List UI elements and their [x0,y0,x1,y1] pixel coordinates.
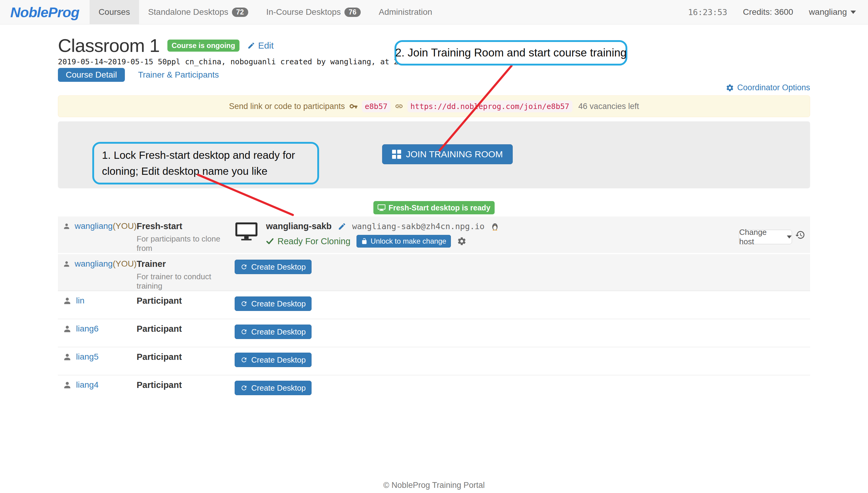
role-label: Participant [137,324,235,334]
nav-item-administration[interactable]: Administration [370,0,441,24]
you-tag: (YOU) [113,259,137,269]
tab-course-detail[interactable]: Course Detail [58,68,125,82]
unlock-label: Unlock to make change [371,238,447,245]
create-desktop-button[interactable]: Create Desktop [235,381,312,395]
edit-course-link[interactable]: Edit [247,40,274,51]
join-training-room-button[interactable]: JOIN TRAINING ROOM [382,144,513,164]
user-link[interactable]: liang4 [76,380,99,390]
pencil-icon [247,42,255,49]
fresh-start-ready-badge: Fresh-Start desktop is ready [373,201,495,214]
classroom-page: NobleProg Courses Standalone Desktops 72… [0,0,868,493]
action-panel: 1. Lock Fresh-start desktop and ready fo… [58,121,810,188]
pencil-icon[interactable] [338,222,346,231]
person-icon [63,380,72,389]
role-label: Participant [137,380,235,390]
person-icon [63,296,72,305]
count-badge: 72 [232,7,248,17]
history-icon [795,230,805,240]
join-button-label: JOIN TRAINING ROOM [406,149,503,159]
link-icon [395,102,403,110]
user-link[interactable]: lin [76,296,85,305]
refresh-icon [241,328,248,336]
unlock-button[interactable]: Unlock to make change [357,235,451,248]
status-badge: Ready For Cloning [266,236,350,246]
course-tabs: Course Detail Trainer & Participants [58,68,810,82]
join-code: e8b57 [362,101,391,112]
role-label: Participant [137,296,235,306]
table-row-participant: liang4 Participant Create Desktop [58,375,810,403]
refresh-icon [241,356,248,363]
ready-badge-label: Fresh-Start desktop is ready [388,203,490,212]
table-row-participant: lin Participant Create Desktop [58,291,810,319]
user-link[interactable]: wangliang [75,221,113,231]
desktop-name: wangliang-sakb [266,221,332,231]
table-row-participant: liang5 Participant Create Desktop [58,347,810,375]
annotation-step2: 2. Join Training Room and start course t… [394,40,627,65]
role-description: For trainer to conduct training [137,272,235,291]
nav-item-incourse-desktops[interactable]: In-Course Desktops 76 [257,0,370,24]
grid-icon [392,150,401,159]
history-button[interactable] [795,230,805,240]
role-label: Trainer [137,259,235,269]
vacancies-label: 46 vacancies left [578,102,639,111]
status-text: Ready For Cloning [277,236,350,246]
desktop-settings-button[interactable] [457,236,466,246]
nav-label: Standalone Desktops [148,7,228,17]
role-label: Fresh-start [137,221,235,231]
desktops-table: wangliang(YOU) Fresh-start For participa… [58,216,810,403]
share-link-bar: Send link or code to participants e8b57 … [58,95,810,117]
linux-penguin-icon [490,222,499,231]
gear-icon [726,84,734,92]
person-icon [63,259,71,269]
tab-trainer-participants[interactable]: Trainer & Participants [138,70,219,80]
footer-copyright: © NobleProg Training Portal [0,480,868,490]
person-icon [63,324,72,333]
person-icon [63,352,72,361]
nav-label: Courses [99,7,130,17]
course-status-badge: Course is ongoing [167,40,239,51]
clock: 16:23:53 [688,7,727,17]
navbar-right: 16:23:53 Credits: 3600 wangliang [688,0,868,24]
unlock-icon [361,238,368,244]
chevron-down-icon [787,235,792,238]
refresh-icon [241,300,248,307]
nav-item-courses[interactable]: Courses [90,0,139,24]
brand-logo[interactable]: NobleProg [0,0,90,24]
user-link[interactable]: liang6 [76,324,99,334]
gear-icon [457,236,466,246]
create-desktop-label: Create Desktop [251,328,306,336]
page-title: Classroom 1 [58,36,160,55]
share-label: Send link or code to participants [229,102,345,111]
create-desktop-label: Create Desktop [251,263,306,271]
person-icon [63,221,71,231]
create-desktop-label: Create Desktop [251,356,306,364]
table-row-participant: liang6 Participant Create Desktop [58,319,810,347]
create-desktop-button[interactable]: Create Desktop [235,352,312,367]
refresh-icon [241,263,248,271]
monitor-icon [378,205,385,211]
username: wangliang [809,7,847,17]
coordinator-options-link[interactable]: Coordinator Options [726,83,810,92]
top-navbar: NobleProg Courses Standalone Desktops 72… [0,0,868,24]
role-description: For participants to clone from [137,234,235,253]
change-host-select[interactable]: Change host [739,230,792,244]
table-row-trainer: wangliang(YOU) Trainer For trainer to co… [58,254,810,291]
refresh-icon [241,384,248,391]
user-link[interactable]: liang5 [76,352,99,362]
role-label: Participant [137,352,235,362]
join-url: https://dd.nobleprog.com/join/e8b57 [408,101,572,112]
you-tag: (YOU) [113,221,137,231]
user-link[interactable]: wangliang [75,259,113,269]
monitor-icon [235,221,258,241]
nav-item-standalone-desktops[interactable]: Standalone Desktops 72 [139,0,257,24]
credits-label: Credits: 3600 [743,7,793,17]
create-desktop-button[interactable]: Create Desktop [235,324,312,339]
user-menu[interactable]: wangliang [809,7,856,17]
create-desktop-button[interactable]: Create Desktop [235,260,312,274]
count-badge: 76 [344,7,361,17]
check-icon [266,237,274,245]
coordinator-options-label: Coordinator Options [737,83,810,92]
create-desktop-button[interactable]: Create Desktop [235,297,312,311]
change-host-label: Change host [739,228,780,246]
create-desktop-label: Create Desktop [251,384,306,392]
